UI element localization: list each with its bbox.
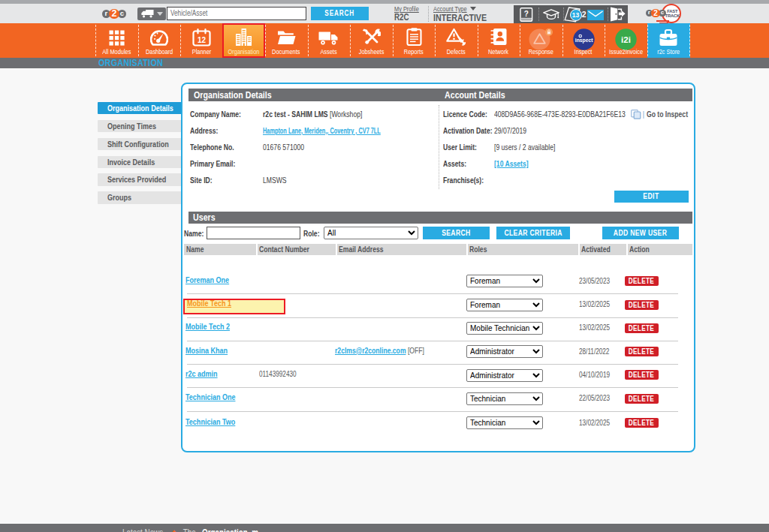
svg-text:i2i: i2i [621, 35, 631, 44]
svg-text:12: 12 [198, 35, 207, 44]
svg-text:inspect: inspect [574, 38, 593, 44]
svg-text:?: ? [523, 9, 528, 17]
